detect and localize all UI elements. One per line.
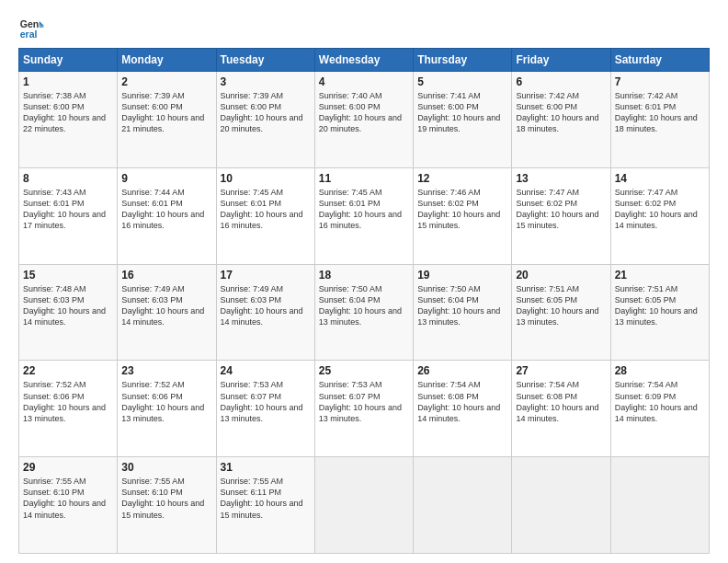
day-info: Sunrise: 7:46 AMSunset: 6:02 PMDaylight:…: [417, 187, 507, 232]
calendar-cell: 4 Sunrise: 7:40 AMSunset: 6:00 PMDayligh…: [314, 72, 413, 168]
calendar-cell: 14 Sunrise: 7:47 AMSunset: 6:02 PMDaylig…: [610, 167, 709, 264]
day-number: 18: [319, 269, 409, 282]
day-info: Sunrise: 7:45 AMSunset: 6:01 PMDaylight:…: [319, 187, 409, 232]
calendar-cell: [512, 457, 610, 554]
day-info: Sunrise: 7:52 AMSunset: 6:06 PMDaylight:…: [23, 379, 113, 424]
calendar-cell: 24 Sunrise: 7:53 AMSunset: 6:07 PMDaylig…: [216, 361, 314, 457]
calendar-cell: 18 Sunrise: 7:50 AMSunset: 6:04 PMDaylig…: [314, 264, 413, 361]
day-info: Sunrise: 7:55 AMSunset: 6:10 PMDaylight:…: [121, 476, 211, 521]
day-number: 15: [23, 269, 113, 282]
day-info: Sunrise: 7:43 AMSunset: 6:01 PMDaylight:…: [23, 187, 113, 232]
day-number: 20: [516, 269, 606, 282]
day-info: Sunrise: 7:54 AMSunset: 6:09 PMDaylight:…: [615, 379, 705, 424]
day-info: Sunrise: 7:52 AMSunset: 6:06 PMDaylight:…: [121, 379, 211, 424]
day-number: 28: [615, 364, 705, 377]
calendar-week-2: 8 Sunrise: 7:43 AMSunset: 6:01 PMDayligh…: [19, 167, 710, 264]
calendar-cell: 11 Sunrise: 7:45 AMSunset: 6:01 PMDaylig…: [314, 167, 413, 264]
day-info: Sunrise: 7:49 AMSunset: 6:03 PMDaylight:…: [221, 283, 311, 328]
calendar-cell: 29 Sunrise: 7:55 AMSunset: 6:10 PMDaylig…: [19, 457, 118, 554]
calendar-cell: 26 Sunrise: 7:54 AMSunset: 6:08 PMDaylig…: [414, 361, 512, 457]
calendar-week-3: 15 Sunrise: 7:48 AMSunset: 6:03 PMDaylig…: [19, 264, 710, 361]
svg-text:eral: eral: [20, 29, 38, 40]
calendar-cell: 7 Sunrise: 7:42 AMSunset: 6:01 PMDayligh…: [610, 72, 709, 168]
calendar-week-5: 29 Sunrise: 7:55 AMSunset: 6:10 PMDaylig…: [19, 457, 710, 554]
calendar-cell: [414, 457, 512, 554]
calendar-cell: 5 Sunrise: 7:41 AMSunset: 6:00 PMDayligh…: [414, 72, 512, 168]
logo-icon: Gen eral: [18, 15, 44, 40]
calendar-cell: 19 Sunrise: 7:50 AMSunset: 6:04 PMDaylig…: [414, 264, 512, 361]
day-number: 17: [221, 269, 311, 282]
day-number: 24: [221, 364, 311, 377]
calendar-cell: 13 Sunrise: 7:47 AMSunset: 6:02 PMDaylig…: [512, 167, 610, 264]
calendar-cell: 10 Sunrise: 7:45 AMSunset: 6:01 PMDaylig…: [216, 167, 314, 264]
day-number: 7: [615, 75, 705, 88]
day-number: 23: [121, 364, 211, 377]
day-info: Sunrise: 7:41 AMSunset: 6:00 PMDaylight:…: [417, 90, 507, 135]
day-info: Sunrise: 7:47 AMSunset: 6:02 PMDaylight:…: [615, 187, 705, 232]
day-header-monday: Monday: [118, 49, 216, 72]
day-info: Sunrise: 7:50 AMSunset: 6:04 PMDaylight:…: [319, 283, 409, 328]
day-info: Sunrise: 7:49 AMSunset: 6:03 PMDaylight:…: [121, 283, 211, 328]
day-number: 11: [319, 172, 409, 185]
day-info: Sunrise: 7:51 AMSunset: 6:05 PMDaylight:…: [516, 283, 606, 328]
day-number: 30: [121, 461, 211, 474]
day-info: Sunrise: 7:44 AMSunset: 6:01 PMDaylight:…: [121, 187, 211, 232]
day-number: 25: [319, 364, 409, 377]
calendar-cell: 2 Sunrise: 7:39 AMSunset: 6:00 PMDayligh…: [118, 72, 216, 168]
day-number: 8: [23, 172, 113, 185]
calendar-cell: 22 Sunrise: 7:52 AMSunset: 6:06 PMDaylig…: [19, 361, 118, 457]
day-number: 2: [121, 75, 211, 88]
day-number: 3: [221, 75, 311, 88]
day-info: Sunrise: 7:42 AMSunset: 6:01 PMDaylight:…: [615, 90, 705, 135]
day-info: Sunrise: 7:54 AMSunset: 6:08 PMDaylight:…: [417, 379, 507, 424]
calendar-cell: 9 Sunrise: 7:44 AMSunset: 6:01 PMDayligh…: [118, 167, 216, 264]
day-info: Sunrise: 7:39 AMSunset: 6:00 PMDaylight:…: [221, 90, 311, 135]
calendar-cell: [610, 457, 709, 554]
calendar-cell: 27 Sunrise: 7:54 AMSunset: 6:08 PMDaylig…: [512, 361, 610, 457]
calendar-cell: 31 Sunrise: 7:55 AMSunset: 6:11 PMDaylig…: [216, 457, 314, 554]
calendar-cell: 20 Sunrise: 7:51 AMSunset: 6:05 PMDaylig…: [512, 264, 610, 361]
day-header-thursday: Thursday: [414, 49, 512, 72]
day-header-wednesday: Wednesday: [314, 49, 413, 72]
day-header-saturday: Saturday: [610, 49, 709, 72]
day-info: Sunrise: 7:51 AMSunset: 6:05 PMDaylight:…: [615, 283, 705, 328]
day-number: 4: [319, 75, 409, 88]
day-number: 12: [417, 172, 507, 185]
day-number: 10: [221, 172, 311, 185]
calendar-week-1: 1 Sunrise: 7:38 AMSunset: 6:00 PMDayligh…: [19, 72, 710, 168]
day-number: 14: [615, 172, 705, 185]
calendar-week-4: 22 Sunrise: 7:52 AMSunset: 6:06 PMDaylig…: [19, 361, 710, 457]
day-number: 22: [23, 364, 113, 377]
svg-marker-3: [40, 23, 44, 28]
calendar-cell: 16 Sunrise: 7:49 AMSunset: 6:03 PMDaylig…: [118, 264, 216, 361]
day-number: 5: [417, 75, 507, 88]
day-header-tuesday: Tuesday: [216, 49, 314, 72]
day-info: Sunrise: 7:48 AMSunset: 6:03 PMDaylight:…: [23, 283, 113, 328]
day-number: 29: [23, 461, 113, 474]
day-info: Sunrise: 7:54 AMSunset: 6:08 PMDaylight:…: [516, 379, 606, 424]
day-number: 26: [417, 364, 507, 377]
day-header-sunday: Sunday: [19, 49, 118, 72]
calendar-cell: 25 Sunrise: 7:53 AMSunset: 6:07 PMDaylig…: [314, 361, 413, 457]
day-info: Sunrise: 7:38 AMSunset: 6:00 PMDaylight:…: [23, 90, 113, 135]
calendar-page: Gen eral SundayMondayTuesdayWednesdayThu…: [0, 0, 728, 563]
day-number: 9: [121, 172, 211, 185]
calendar-header-row: SundayMondayTuesdayWednesdayThursdayFrid…: [19, 49, 710, 72]
day-info: Sunrise: 7:55 AMSunset: 6:11 PMDaylight:…: [221, 476, 311, 521]
calendar-cell: 30 Sunrise: 7:55 AMSunset: 6:10 PMDaylig…: [118, 457, 216, 554]
calendar-cell: 23 Sunrise: 7:52 AMSunset: 6:06 PMDaylig…: [118, 361, 216, 457]
calendar-cell: 17 Sunrise: 7:49 AMSunset: 6:03 PMDaylig…: [216, 264, 314, 361]
day-info: Sunrise: 7:39 AMSunset: 6:00 PMDaylight:…: [121, 90, 211, 135]
day-info: Sunrise: 7:50 AMSunset: 6:04 PMDaylight:…: [417, 283, 507, 328]
day-number: 16: [121, 269, 211, 282]
calendar-cell: 8 Sunrise: 7:43 AMSunset: 6:01 PMDayligh…: [19, 167, 118, 264]
day-number: 1: [23, 75, 113, 88]
calendar-cell: [314, 457, 413, 554]
day-number: 13: [516, 172, 606, 185]
day-info: Sunrise: 7:55 AMSunset: 6:10 PMDaylight:…: [23, 476, 113, 521]
calendar-cell: 3 Sunrise: 7:39 AMSunset: 6:00 PMDayligh…: [216, 72, 314, 168]
day-number: 27: [516, 364, 606, 377]
day-header-friday: Friday: [512, 49, 610, 72]
day-info: Sunrise: 7:42 AMSunset: 6:00 PMDaylight:…: [516, 90, 606, 135]
calendar-cell: 28 Sunrise: 7:54 AMSunset: 6:09 PMDaylig…: [610, 361, 709, 457]
